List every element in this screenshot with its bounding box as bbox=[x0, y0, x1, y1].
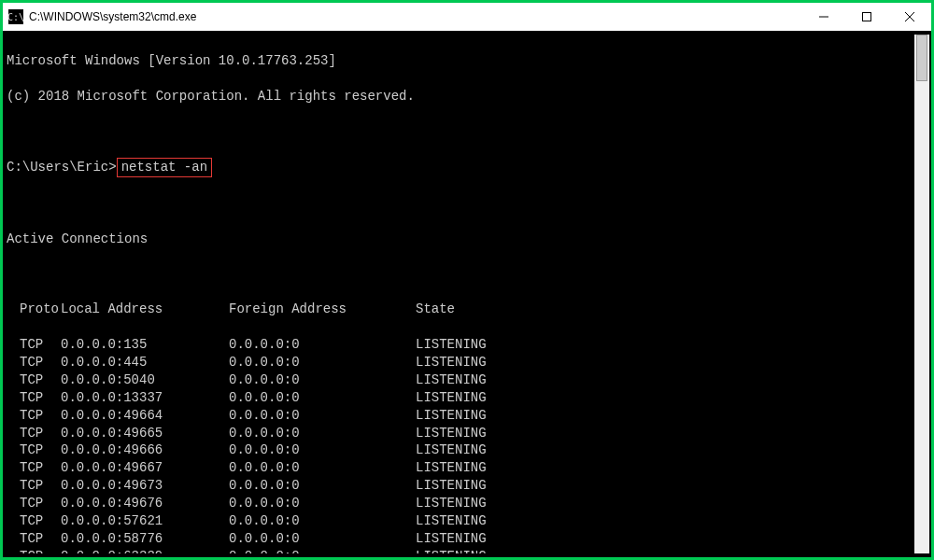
cell-foreign-address: 0.0.0.0:0 bbox=[229, 407, 416, 425]
cell-proto: TCP bbox=[7, 548, 61, 553]
cell-state: LISTENING bbox=[416, 459, 487, 477]
section-title: Active Connections bbox=[7, 231, 914, 248]
cell-state: LISTENING bbox=[416, 548, 487, 553]
table-header-row: ProtoLocal AddressForeign AddressState bbox=[7, 301, 914, 318]
cell-foreign-address: 0.0.0.0:0 bbox=[229, 495, 416, 512]
table-row: TCP0.0.0.0:50400.0.0.0:0LISTENING bbox=[7, 371, 914, 389]
cell-state: LISTENING bbox=[416, 512, 487, 530]
cell-state: LISTENING bbox=[416, 425, 487, 442]
cell-state: LISTENING bbox=[416, 407, 487, 425]
header-foreign: Foreign Address bbox=[229, 301, 416, 318]
cell-local-address: 0.0.0.0:49667 bbox=[61, 459, 229, 477]
cell-local-address: 0.0.0.0:57621 bbox=[61, 512, 229, 530]
window-title: C:\WINDOWS\system32\cmd.exe bbox=[29, 10, 802, 23]
minimize-button[interactable] bbox=[802, 3, 845, 31]
cell-foreign-address: 0.0.0.0:0 bbox=[229, 336, 416, 354]
blank-line bbox=[7, 122, 914, 140]
table-row: TCP0.0.0.0:133370.0.0.0:0LISTENING bbox=[7, 389, 914, 407]
cell-local-address: 0.0.0.0:63339 bbox=[61, 548, 229, 553]
table-row: TCP0.0.0.0:1350.0.0.0:0LISTENING bbox=[7, 336, 914, 354]
cell-state: LISTENING bbox=[416, 371, 487, 389]
table-row: TCP0.0.0.0:633390.0.0.0:0LISTENING bbox=[7, 548, 914, 553]
cmd-window: C:\ C:\WINDOWS\system32\cmd.exe Microsof… bbox=[0, 0, 934, 560]
prompt-line: C:\Users\Eric>netstat -an bbox=[7, 158, 914, 177]
titlebar[interactable]: C:\ C:\WINDOWS\system32\cmd.exe bbox=[3, 3, 931, 31]
cell-local-address: 0.0.0.0:135 bbox=[61, 336, 229, 354]
cell-foreign-address: 0.0.0.0:0 bbox=[229, 459, 416, 477]
blank-line bbox=[7, 195, 914, 213]
cell-foreign-address: 0.0.0.0:0 bbox=[229, 425, 416, 442]
prompt-text: C:\Users\Eric> bbox=[7, 159, 117, 176]
cell-proto: TCP bbox=[7, 336, 61, 354]
cell-state: LISTENING bbox=[416, 389, 487, 407]
cell-foreign-address: 0.0.0.0:0 bbox=[229, 371, 416, 389]
terminal-area[interactable]: Microsoft Windows [Version 10.0.17763.25… bbox=[3, 31, 931, 557]
cell-proto: TCP bbox=[7, 495, 61, 512]
cell-proto: TCP bbox=[7, 530, 61, 548]
cell-proto: TCP bbox=[7, 477, 61, 495]
cell-local-address: 0.0.0.0:49676 bbox=[61, 495, 229, 512]
cell-local-address: 0.0.0.0:5040 bbox=[61, 371, 229, 389]
table-row: TCP0.0.0.0:496640.0.0.0:0LISTENING bbox=[7, 407, 914, 425]
cell-local-address: 0.0.0.0:49666 bbox=[61, 441, 229, 459]
close-button[interactable] bbox=[888, 3, 931, 31]
cell-proto: TCP bbox=[7, 441, 61, 459]
table-row: TCP0.0.0.0:496670.0.0.0:0LISTENING bbox=[7, 459, 914, 477]
window-controls bbox=[802, 3, 931, 31]
svg-rect-1 bbox=[863, 13, 871, 21]
cell-proto: TCP bbox=[7, 354, 61, 371]
cell-state: LISTENING bbox=[416, 495, 487, 512]
table-row: TCP0.0.0.0:496650.0.0.0:0LISTENING bbox=[7, 425, 914, 442]
cell-foreign-address: 0.0.0.0:0 bbox=[229, 530, 416, 548]
cell-state: LISTENING bbox=[416, 354, 487, 371]
cell-local-address: 0.0.0.0:49664 bbox=[61, 407, 229, 425]
table-row: TCP0.0.0.0:496730.0.0.0:0LISTENING bbox=[7, 477, 914, 495]
terminal-header-line: (c) 2018 Microsoft Corporation. All righ… bbox=[7, 88, 914, 105]
cell-proto: TCP bbox=[7, 407, 61, 425]
cell-state: LISTENING bbox=[416, 477, 487, 495]
cell-foreign-address: 0.0.0.0:0 bbox=[229, 389, 416, 407]
terminal-content[interactable]: Microsoft Windows [Version 10.0.17763.25… bbox=[7, 35, 914, 553]
cell-local-address: 0.0.0.0:49665 bbox=[61, 425, 229, 442]
cell-proto: TCP bbox=[7, 512, 61, 530]
cell-foreign-address: 0.0.0.0:0 bbox=[229, 354, 416, 371]
cell-local-address: 0.0.0.0:58776 bbox=[61, 530, 229, 548]
table-row: TCP0.0.0.0:496760.0.0.0:0LISTENING bbox=[7, 495, 914, 512]
cell-foreign-address: 0.0.0.0:0 bbox=[229, 441, 416, 459]
cell-foreign-address: 0.0.0.0:0 bbox=[229, 512, 416, 530]
table-row: TCP0.0.0.0:4450.0.0.0:0LISTENING bbox=[7, 354, 914, 371]
vertical-scrollbar[interactable] bbox=[914, 35, 929, 553]
cell-foreign-address: 0.0.0.0:0 bbox=[229, 548, 416, 553]
header-local: Local Address bbox=[61, 301, 229, 318]
cell-local-address: 0.0.0.0:49673 bbox=[61, 477, 229, 495]
cell-local-address: 0.0.0.0:13337 bbox=[61, 389, 229, 407]
cell-state: LISTENING bbox=[416, 441, 487, 459]
cell-local-address: 0.0.0.0:445 bbox=[61, 354, 229, 371]
blank-line bbox=[7, 266, 914, 284]
cmd-icon: C:\ bbox=[8, 9, 23, 24]
header-proto: Proto bbox=[7, 301, 61, 318]
cell-foreign-address: 0.0.0.0:0 bbox=[229, 477, 416, 495]
cell-state: LISTENING bbox=[416, 336, 487, 354]
header-state: State bbox=[416, 301, 455, 318]
table-row: TCP0.0.0.0:587760.0.0.0:0LISTENING bbox=[7, 530, 914, 548]
cell-proto: TCP bbox=[7, 371, 61, 389]
cell-state: LISTENING bbox=[416, 530, 487, 548]
command-highlight: netstat -an bbox=[117, 158, 212, 177]
table-row: TCP0.0.0.0:576210.0.0.0:0LISTENING bbox=[7, 512, 914, 530]
table-row: TCP0.0.0.0:496660.0.0.0:0LISTENING bbox=[7, 441, 914, 459]
cell-proto: TCP bbox=[7, 459, 61, 477]
maximize-button[interactable] bbox=[845, 3, 888, 31]
cell-proto: TCP bbox=[7, 389, 61, 407]
terminal-header-line: Microsoft Windows [Version 10.0.17763.25… bbox=[7, 52, 914, 70]
scrollbar-thumb[interactable] bbox=[916, 35, 927, 81]
cell-proto: TCP bbox=[7, 425, 61, 442]
